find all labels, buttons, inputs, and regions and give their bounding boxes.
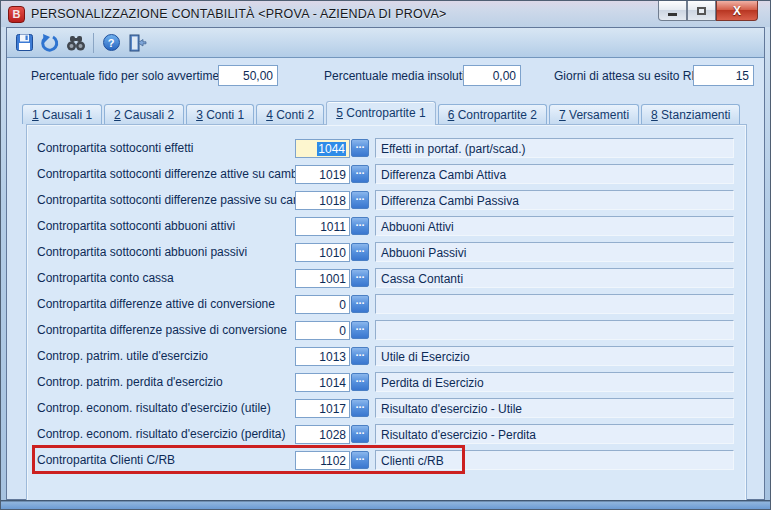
selected-text: 1044 xyxy=(317,142,346,156)
account-code-input[interactable]: 1028 xyxy=(295,425,350,444)
toolbar: ? xyxy=(7,28,764,58)
minimize-icon xyxy=(668,13,677,16)
tab-contropartite-2[interactable]: 6 Contropartite 2 xyxy=(438,104,547,124)
tab-conti-1[interactable]: 3 Conti 1 xyxy=(186,104,254,124)
account-code-input[interactable]: 1010 xyxy=(295,243,350,262)
close-button[interactable]: X xyxy=(716,1,758,21)
lookup-button[interactable]: ... xyxy=(351,139,369,157)
account-description: Risultato d'esercizio - Utile xyxy=(375,398,734,418)
table-row: Controp. econom. risultato d'esercizio (… xyxy=(27,395,746,421)
binoculars-icon xyxy=(65,33,87,53)
window-bottom-frame xyxy=(1,500,770,509)
row-label: Controp. econom. risultato d'esercizio (… xyxy=(37,427,295,441)
exit-door-icon xyxy=(127,33,147,53)
table-row: Contropartita differenze passive di conv… xyxy=(27,317,746,343)
insoluti-input[interactable]: 0,00 xyxy=(463,65,521,86)
lookup-button[interactable]: ... xyxy=(351,243,369,261)
account-code-input[interactable]: 1019 xyxy=(295,165,350,184)
account-code-input[interactable]: 1001 xyxy=(295,269,350,288)
account-code-input[interactable]: 1018 xyxy=(295,191,350,210)
account-code-input[interactable]: 1044 xyxy=(295,139,350,158)
maximize-button[interactable] xyxy=(687,1,716,21)
row-label: Contropartita conto cassa xyxy=(37,271,295,285)
close-icon: X xyxy=(733,4,741,18)
account-code-input[interactable]: 1014 xyxy=(295,373,350,392)
account-description xyxy=(375,320,734,340)
lookup-button[interactable]: ... xyxy=(351,425,369,443)
tab-versamenti[interactable]: 7 Versamenti xyxy=(549,104,639,124)
save-icon xyxy=(15,33,34,52)
tab-stanziamenti[interactable]: 8 Stanziamenti xyxy=(641,104,740,124)
table-row: Controp. patrim. perdita d'esercizio 101… xyxy=(27,369,746,395)
table-row: Controp. patrim. utile d'esercizio 1013 … xyxy=(27,343,746,369)
row-label: Controp. patrim. perdita d'esercizio xyxy=(37,375,295,389)
account-code-input[interactable]: 0 xyxy=(295,295,350,314)
table-row: Contropartita sottoconti abbuoni passivi… xyxy=(27,239,746,265)
undo-button[interactable] xyxy=(37,31,63,55)
account-code-input[interactable]: 1102 xyxy=(295,451,350,470)
tab-conti-2[interactable]: 4 Conti 2 xyxy=(256,104,324,124)
row-label: Controp. patrim. utile d'esercizio xyxy=(37,349,295,363)
find-button[interactable] xyxy=(63,31,89,55)
lookup-button[interactable]: ... xyxy=(351,217,369,235)
account-description: Cassa Contanti xyxy=(375,268,734,288)
giorni-label: Giorni di attesa su esito RB xyxy=(554,69,699,83)
lookup-button[interactable]: ... xyxy=(351,373,369,391)
table-row: Contropartita conto cassa 1001 ... Cassa… xyxy=(27,265,746,291)
account-description: Abbuoni Attivi xyxy=(375,216,734,236)
contropartite-panel: Contropartita sottoconti effetti 1044 ..… xyxy=(26,124,747,503)
tab-contropartite-1[interactable]: 5 Contropartite 1 xyxy=(326,101,435,124)
lookup-button[interactable]: ... xyxy=(351,269,369,287)
account-description: Abbuoni Passivi xyxy=(375,242,734,262)
row-label: Contropartita sottoconti differenze pass… xyxy=(37,193,295,207)
help-icon: ? xyxy=(103,34,120,51)
row-label: Contropartita Clienti C/RB xyxy=(37,453,295,467)
save-button[interactable] xyxy=(11,31,37,55)
lookup-button[interactable]: ... xyxy=(351,321,369,339)
tab-causali-1[interactable]: 1 Causali 1 xyxy=(22,104,102,124)
account-description: Perdita di Esercizio xyxy=(375,372,734,392)
fido-input[interactable]: 50,00 xyxy=(218,65,278,86)
account-description: Differenza Cambi Attiva xyxy=(375,164,734,184)
table-row-clienti-crb: Contropartita Clienti C/RB 1102 ... Clie… xyxy=(27,447,746,473)
account-description: Differenza Cambi Passiva xyxy=(375,190,734,210)
row-label: Controp. econom. risultato d'esercizio (… xyxy=(37,401,295,415)
help-button[interactable]: ? xyxy=(98,31,124,55)
caption-buttons: X xyxy=(658,1,758,21)
account-code-input[interactable]: 1011 xyxy=(295,217,350,236)
insoluti-label: Percentuale media insoluti xyxy=(324,69,465,83)
lookup-button[interactable]: ... xyxy=(351,295,369,313)
lookup-button[interactable]: ... xyxy=(351,165,369,183)
row-label: Contropartita differenze passive di conv… xyxy=(37,323,295,337)
account-description xyxy=(375,294,734,314)
lookup-button[interactable]: ... xyxy=(351,451,369,469)
title-bar[interactable]: B PERSONALIZZAZIONE CONTABILITÀ <PROVA -… xyxy=(1,1,770,27)
table-row: Contropartita sottoconti effetti 1044 ..… xyxy=(27,135,746,161)
account-code-input[interactable]: 0 xyxy=(295,321,350,340)
window-title: PERSONALIZZAZIONE CONTABILITÀ <PROVA - A… xyxy=(31,7,446,21)
maximize-icon xyxy=(697,7,706,15)
minimize-button[interactable] xyxy=(658,1,687,21)
app-icon: B xyxy=(8,6,25,23)
account-description: Clienti c/RB xyxy=(375,450,734,470)
account-code-input[interactable]: 1013 xyxy=(295,347,350,366)
lookup-button[interactable]: ... xyxy=(351,347,369,365)
row-label: Contropartita sottoconti abbuoni passivi xyxy=(37,245,295,259)
giorni-input[interactable]: 15 xyxy=(693,65,754,86)
lookup-button[interactable]: ... xyxy=(351,399,369,417)
undo-icon xyxy=(40,33,60,53)
account-description: Effetti in portaf. (part/scad.) xyxy=(375,138,734,158)
client-area: ? Percentuale fido per solo avvertimento… xyxy=(6,27,765,500)
table-row: Controp. econom. risultato d'esercizio (… xyxy=(27,421,746,447)
app-window: B PERSONALIZZAZIONE CONTABILITÀ <PROVA -… xyxy=(0,0,771,510)
table-row: Contropartita differenze attive di conve… xyxy=(27,291,746,317)
account-code-input[interactable]: 1017 xyxy=(295,399,350,418)
tab-causali-2[interactable]: 2 Causali 2 xyxy=(104,104,184,124)
exit-button[interactable] xyxy=(124,31,150,55)
lookup-button[interactable]: ... xyxy=(351,191,369,209)
table-row: Contropartita sottoconti abbuoni attivi … xyxy=(27,213,746,239)
row-label: Contropartita sottoconti effetti xyxy=(37,141,295,155)
toolbar-separator xyxy=(93,33,94,53)
tab-strip: 1 Causali 1 2 Causali 2 3 Conti 1 4 Cont… xyxy=(7,102,764,124)
row-label: Contropartita sottoconti abbuoni attivi xyxy=(37,219,295,233)
